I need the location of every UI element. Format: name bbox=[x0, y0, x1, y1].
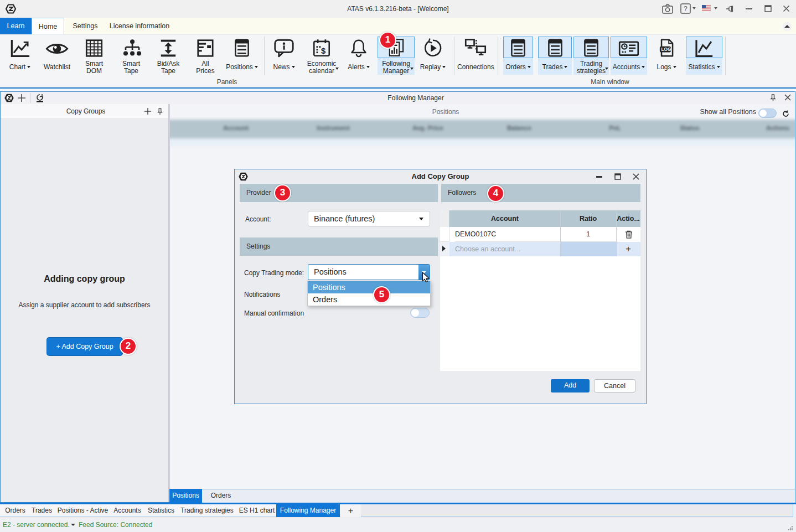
svg-text:?: ? bbox=[684, 5, 688, 13]
svg-text:LOG: LOG bbox=[661, 47, 671, 52]
svg-text:$: $ bbox=[321, 47, 325, 55]
